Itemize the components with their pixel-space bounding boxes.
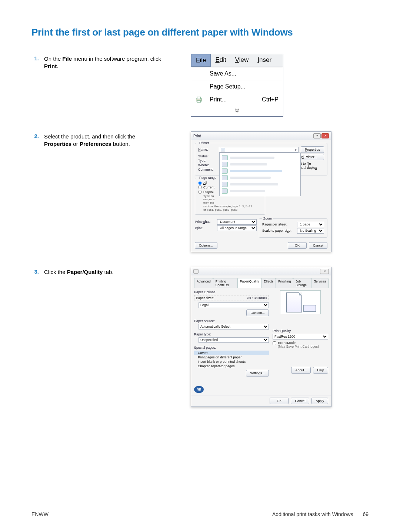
apply-button[interactable]: Apply: [311, 398, 328, 404]
paper-source-label: Paper source:: [194, 319, 269, 323]
page-range-label: Page range: [198, 176, 218, 180]
page-footer: ENWW Additional print tasks with Windows…: [31, 511, 369, 517]
close-icon[interactable]: ✕: [321, 133, 329, 138]
printer-icon: [195, 96, 203, 104]
paper-sizes-label: Paper sizes:: [196, 296, 214, 300]
printer-option[interactable]: [221, 188, 299, 194]
cancel-button[interactable]: Cancel: [291, 398, 309, 404]
comment-label: Comment:: [198, 168, 219, 171]
step-number-2: 2.: [31, 133, 44, 139]
close-icon[interactable]: ✕: [320, 269, 329, 274]
printer-option[interactable]: [221, 181, 299, 188]
pages-per-sheet-label: Pages per sheet:: [262, 222, 297, 226]
menu-item-save-as[interactable]: Save As...: [191, 67, 283, 80]
printer-icon: [222, 168, 228, 174]
custom-button[interactable]: Custom...: [246, 310, 269, 316]
printer-option[interactable]: [221, 161, 299, 168]
footer-left: ENWW: [31, 511, 49, 517]
ok-button[interactable]: OK: [288, 242, 307, 249]
tab-printing-shortcuts[interactable]: Printing Shortcuts: [213, 278, 238, 288]
printer-icon: [222, 175, 228, 180]
dialog-title: Print: [193, 134, 201, 138]
figure-properties-dialog: ✕ Advanced Printing Shortcuts Paper/Qual…: [191, 267, 331, 407]
footer-section: Additional print tasks with Windows: [272, 511, 353, 517]
printer-option[interactable]: [221, 154, 299, 161]
tab-advanced[interactable]: Advanced: [194, 278, 213, 288]
about-button[interactable]: About...: [291, 367, 311, 374]
economode-checkbox[interactable]: EconoMode (May Save Print Cartridges): [273, 341, 328, 348]
pages-per-sheet-select[interactable]: 1 page: [297, 222, 324, 227]
name-label: Name:: [198, 148, 219, 151]
printer-icon: [222, 182, 228, 187]
menu-file[interactable]: File: [191, 54, 211, 67]
pages-hint: Type paranges sfrom thesection. For exam…: [198, 194, 262, 211]
paper-options-label: Paper Options: [194, 290, 269, 294]
printer-icon: [222, 162, 228, 167]
printer-select[interactable]: ▾: [219, 147, 299, 153]
figure-file-menu: File Edit View Inser Save As... Page Set…: [191, 54, 283, 117]
menu-item-page-setup[interactable]: Page Setup...: [191, 80, 283, 93]
settings-button[interactable]: Settings...: [246, 370, 269, 377]
cancel-button[interactable]: Cancel: [309, 242, 327, 249]
menu-insert[interactable]: Inser: [253, 54, 276, 67]
tab-job-storage[interactable]: Job Storage: [293, 278, 311, 288]
printer-dropdown-list: [219, 153, 301, 196]
paper-size-select[interactable]: Legal: [199, 302, 269, 308]
paper-type-select[interactable]: Unspecified: [199, 337, 269, 343]
scale-label: Scale to paper size:: [262, 229, 297, 232]
menu-view[interactable]: View: [231, 54, 253, 67]
print-select[interactable]: All pages in range: [217, 225, 257, 231]
print-what-label: Print what:: [195, 220, 217, 224]
help-button[interactable]: Help: [313, 367, 328, 374]
special-pages-item-covers[interactable]: Covers: [194, 351, 269, 355]
step-body-3: Click the Paper/Quality tab.: [44, 268, 163, 276]
status-label: Status:: [198, 154, 219, 158]
printer-option[interactable]: [221, 168, 299, 174]
print-quality-select[interactable]: FastRes 1200: [273, 334, 328, 339]
printer-icon: [222, 188, 228, 194]
tab-paper-quality[interactable]: Paper/Quality: [237, 278, 262, 288]
scale-select[interactable]: No Scaling: [297, 228, 324, 234]
page-heading: Print the first or last page on differen…: [31, 27, 369, 38]
tab-effects[interactable]: Effects: [261, 278, 276, 288]
type-label: Type:: [198, 159, 219, 163]
ok-button[interactable]: OK: [270, 398, 289, 404]
step-body-2: Select the product, and then click the P…: [44, 133, 163, 148]
page-number: 69: [363, 511, 369, 517]
properties-button[interactable]: Properties: [301, 146, 324, 153]
where-label: Where:: [198, 163, 219, 167]
options-button[interactable]: Options...: [195, 242, 217, 249]
special-pages-item-different-paper[interactable]: Print pages on different paper: [194, 355, 269, 359]
print-what-select[interactable]: Document: [217, 219, 257, 225]
menu-edit[interactable]: Edit: [211, 54, 230, 67]
printer-icon: [193, 269, 199, 274]
step-number-1: 1.: [31, 55, 44, 61]
figure-print-dialog: Print ? ✕ Printer Name: ▾: [191, 131, 331, 252]
zoom-label: Zoom: [262, 217, 273, 220]
printer-icon: [221, 148, 225, 151]
print-quality-label: Print Quality: [273, 329, 328, 333]
special-pages-item-chapter-separator[interactable]: Chapter separator pages: [194, 364, 269, 368]
paper-size-value: 8.5 × 14 inches: [247, 296, 267, 300]
printer-group-label: Printer: [198, 141, 210, 145]
svg-rect-2: [197, 101, 200, 103]
printer-option[interactable]: [221, 174, 299, 181]
paper-source-select[interactable]: Automatically Select: [199, 324, 269, 329]
special-pages-item-blank-sheets[interactable]: Insert blank or preprinted sheets: [194, 359, 269, 364]
tabs: Advanced Printing Shortcuts Paper/Qualit…: [194, 278, 328, 288]
tab-finishing[interactable]: Finishing: [276, 278, 293, 288]
svg-rect-1: [197, 97, 200, 99]
print-shortcut: Ctrl+P: [254, 96, 279, 103]
special-pages-label: Special pages:: [194, 346, 269, 349]
print-label: Print:: [195, 226, 217, 230]
printer-icon: [222, 155, 228, 160]
paper-type-label: Paper type:: [194, 332, 269, 336]
paper-preview: [280, 290, 321, 314]
menu-item-print[interactable]: Print... Ctrl+P: [191, 93, 283, 106]
menu-scroll-down-icon[interactable]: [191, 106, 283, 116]
tab-services[interactable]: Services: [311, 278, 329, 288]
hp-logo: hp: [194, 386, 204, 393]
step-number-3: 3.: [31, 268, 44, 275]
step-body-1: On the File menu in the software program…: [44, 55, 163, 70]
help-button-icon[interactable]: ?: [313, 133, 321, 138]
